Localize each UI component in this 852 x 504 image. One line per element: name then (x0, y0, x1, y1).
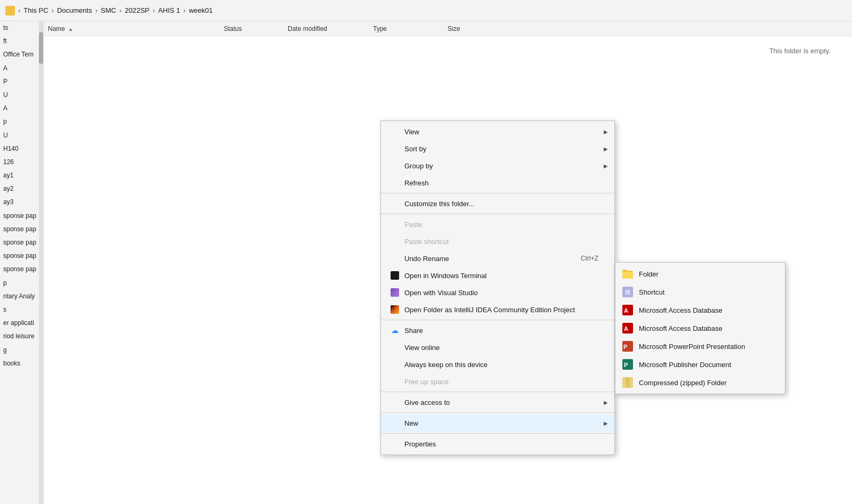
svg-text:P: P (623, 344, 627, 350)
view-icon (390, 126, 400, 137)
sidebar-item-er-app[interactable]: er applicati (0, 316, 43, 330)
main-layout: ts ft Office Tem A P U A p U H140 126 ay… (0, 21, 852, 504)
submenu-item-access-db1[interactable]: A Microsoft Access Database (615, 301, 785, 319)
submenu-item-zip[interactable]: Compressed (zipped) Folder (615, 373, 785, 392)
menu-item-paste-shortcut[interactable]: Paste shortcut (381, 233, 614, 250)
submenu-item-folder[interactable]: Folder (615, 265, 785, 283)
menu-item-customize-folder[interactable]: Customize this folder... (381, 195, 614, 212)
windows-terminal-icon (390, 270, 400, 281)
sidebar-item-h140[interactable]: H140 (0, 142, 43, 156)
svg-text:P: P (624, 362, 628, 368)
sidebar-item-s[interactable]: s (0, 303, 43, 316)
col-header-name[interactable]: Name ▲ (44, 25, 220, 32)
always-keep-icon (390, 359, 400, 370)
sidebar-item-office-tem[interactable]: Office Tem (0, 48, 43, 61)
view-online-icon (390, 342, 400, 353)
refresh-icon (390, 177, 400, 188)
column-headers: Name ▲ Status Date modified Type Size (44, 21, 852, 36)
sidebar-item-ntary[interactable]: ntary Analy (0, 290, 43, 303)
sidebar-item-126[interactable]: 126 (0, 156, 43, 169)
submenu-item-shortcut[interactable]: ⌘ Shortcut (615, 283, 785, 301)
menu-item-view[interactable]: View ▶ (381, 123, 614, 140)
col-header-date-modified[interactable]: Date modified (283, 25, 369, 32)
menu-divider-2 (381, 214, 614, 214)
menu-item-open-ij[interactable]: Open Folder as IntelliJ IDEA Community E… (381, 301, 614, 318)
breadcrumb-week01[interactable]: week01 (189, 6, 213, 14)
sidebar-item-riod[interactable]: riod leisure (0, 330, 43, 343)
menu-item-always-keep[interactable]: Always keep on this device (381, 356, 614, 373)
access-db1-icon: A (622, 304, 634, 316)
share-cloud-icon: ☁ (390, 325, 400, 336)
visual-studio-icon (390, 287, 400, 298)
group-icon (390, 160, 400, 171)
zip-icon (622, 377, 634, 388)
arrow-icon: ▶ (604, 129, 608, 135)
menu-item-new[interactable]: New ▶ (381, 414, 614, 432)
sidebar-item-g[interactable]: g (0, 344, 43, 357)
sidebar-item-p2[interactable]: p (0, 115, 43, 128)
paste-icon (390, 219, 400, 230)
arrow-icon: ▶ (604, 400, 608, 405)
menu-item-sort-by[interactable]: Sort by ▶ (381, 140, 614, 157)
sidebar-item-p3[interactable]: p (0, 277, 43, 290)
menu-item-open-terminal[interactable]: Open in Windows Terminal (381, 267, 614, 284)
folder-icon (622, 268, 634, 280)
menu-item-share[interactable]: ☁ Share (381, 322, 614, 339)
give-access-icon (390, 397, 400, 408)
sidebar-item-response1[interactable]: sponse pap (0, 209, 43, 223)
sidebar-scrollbar-thumb[interactable] (39, 32, 43, 64)
submenu-item-access-db2[interactable]: A Microsoft Access Database (615, 319, 785, 337)
menu-item-free-up-space[interactable]: Free up space (381, 373, 614, 390)
breadcrumb-documents[interactable]: Documents (57, 6, 92, 14)
sidebar-item-a1[interactable]: A (0, 62, 43, 75)
new-submenu: Folder ⌘ Shortcut A Micros (615, 262, 785, 394)
submenu-item-publisher[interactable]: P Microsoft Publisher Document (615, 355, 785, 373)
undo-icon (390, 253, 400, 264)
menu-item-group-by[interactable]: Group by ▶ (381, 157, 614, 174)
menu-item-paste[interactable]: Paste (381, 216, 614, 233)
sort-icon (390, 143, 400, 154)
sidebar-item-ts[interactable]: ts (0, 21, 43, 35)
submenu-item-powerpoint[interactable]: P Microsoft PowerPoint Presentation (615, 337, 785, 355)
col-header-type[interactable]: Type (369, 25, 443, 32)
access-db2-icon: A (622, 322, 634, 334)
sidebar-item-a2[interactable]: A (0, 102, 43, 115)
address-bar: › This PC › Documents › SMC › 2022SP › A… (0, 0, 852, 21)
sidebar-item-ft[interactable]: ft (0, 35, 43, 48)
sidebar-item-response4[interactable]: sponse pap (0, 249, 43, 263)
breadcrumb-this-pc[interactable]: This PC (23, 6, 48, 14)
sidebar-scrollbar[interactable] (39, 21, 43, 504)
menu-item-open-vs[interactable]: Open with Visual Studio (381, 284, 614, 301)
shortcut-icon: ⌘ (622, 286, 634, 298)
col-header-size[interactable]: Size (443, 25, 497, 32)
menu-divider-1 (381, 193, 614, 193)
menu-item-refresh[interactable]: Refresh (381, 174, 614, 191)
sidebar-item-u2[interactable]: U (0, 129, 43, 142)
breadcrumb-ahis1[interactable]: AHIS 1 (158, 6, 180, 14)
menu-item-give-access[interactable]: Give access to ▶ (381, 394, 614, 411)
menu-item-properties[interactable]: Properties (381, 435, 614, 452)
sidebar-item-ay2[interactable]: ay2 (0, 182, 43, 196)
sidebar-item-u1[interactable]: U (0, 88, 43, 102)
menu-item-view-online[interactable]: View online (381, 339, 614, 356)
sidebar-item-response2[interactable]: sponse pap (0, 223, 43, 236)
menu-divider-3 (381, 320, 614, 320)
properties-icon (390, 438, 400, 449)
free-up-icon (390, 376, 400, 387)
customize-icon (390, 198, 400, 209)
sidebar-item-books[interactable]: books (0, 357, 43, 370)
context-menu: View ▶ Sort by ▶ Group by ▶ Refresh Cust… (380, 120, 615, 455)
sidebar-item-ay1[interactable]: ay1 (0, 169, 43, 182)
breadcrumb-2022sp[interactable]: 2022SP (125, 6, 149, 14)
paste-shortcut-icon (390, 236, 400, 247)
publisher-icon: P (622, 359, 634, 370)
breadcrumb-smc[interactable]: SMC (101, 6, 116, 14)
sidebar-item-ay3[interactable]: ay3 (0, 196, 43, 209)
sidebar-item-response5[interactable]: sponse pap (0, 263, 43, 276)
menu-item-undo-rename[interactable]: Undo Rename Ctrl+Z (381, 250, 614, 267)
empty-folder-message: This folder is empty. (44, 36, 852, 55)
col-header-status[interactable]: Status (220, 25, 283, 32)
sidebar-item-response3[interactable]: sponse pap (0, 236, 43, 249)
sidebar-item-p1[interactable]: P (0, 75, 43, 88)
folder-icon (5, 6, 15, 15)
